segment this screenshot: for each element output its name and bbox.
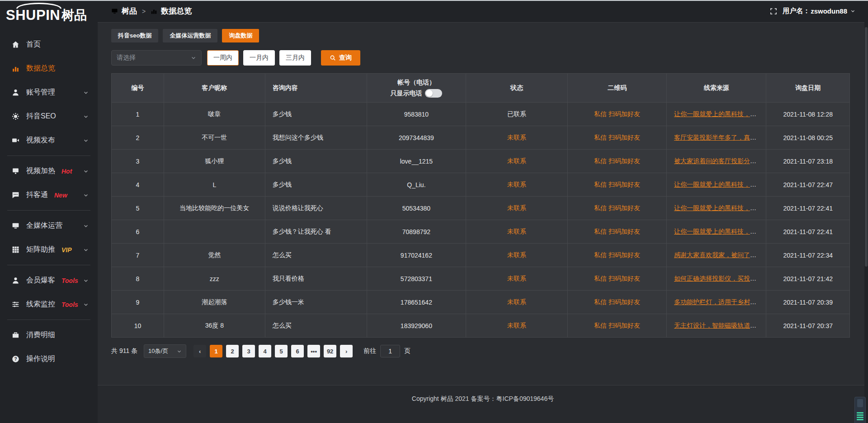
sidebar-item-label: 线索监控 — [26, 300, 55, 309]
date-range-group: 一周内一月内三月内 — [207, 50, 311, 66]
breadcrumb-current: 数据总览 — [161, 6, 192, 16]
page-button-3[interactable]: 3 — [242, 345, 255, 357]
status-text: 已联系 — [507, 110, 526, 118]
sidebar-item-lead-monitor[interactable]: 线索监控Tools — [0, 292, 98, 316]
qr-link[interactable]: 私信 扫码加好友 — [594, 228, 640, 235]
cell-date: 2021-11-07 23:18 — [766, 150, 850, 173]
sidebar-item-matrix-boost[interactable]: 矩阵助推VIP — [0, 238, 98, 262]
goto-page-input[interactable] — [380, 345, 400, 357]
page-button-92[interactable]: 92 — [324, 345, 336, 357]
main-area: 树品 > 数据总览 用户名： zswodun88 抖音seo数据全媒体运营数据询… — [98, 0, 868, 423]
sidebar-item-doukertong[interactable]: 抖客通New — [0, 183, 98, 207]
table-row: 1036度 8怎么买183929060未联系私信 扫码加好友无主灯设计，智能磁吸… — [112, 314, 850, 338]
sidebar-item-consumption-detail[interactable]: 消费明细 — [0, 323, 98, 347]
sidebar-item-douyin-seo[interactable]: 抖音SEO — [0, 104, 98, 128]
scrollbar-thumb[interactable] — [865, 27, 868, 267]
chevron-down-icon — [83, 169, 89, 174]
sidebar-item-home[interactable]: 首页 — [0, 33, 98, 56]
range-button-one-month[interactable]: 一月内 — [243, 50, 275, 66]
qr-link[interactable]: 私信 扫码加好友 — [594, 298, 640, 306]
qr-link[interactable]: 私信 扫码加好友 — [594, 204, 640, 212]
sidebar-item-member-burst[interactable]: 会员爆客Tools — [0, 268, 98, 292]
page-ellipsis-button[interactable]: ••• — [307, 345, 320, 357]
chevron-down-icon — [83, 278, 89, 283]
cell-content: 怎么买 — [265, 314, 367, 338]
source-link[interactable]: 被大家追着问的客厅投影分享... — [674, 157, 762, 164]
source-link[interactable]: 让你一眼就爱上的黑科技，能... — [674, 181, 762, 188]
cell-qrcode: 私信 扫码加好友 — [568, 291, 667, 314]
cell-account: 178651642 — [367, 291, 466, 314]
inquiry-table: 编号 客户昵称 咨询内容 帐号（电话） 只显示电话 — [111, 73, 850, 338]
breadcrumb-root[interactable]: 树品 — [122, 6, 137, 16]
cell-content: 多少钱？让我死心 看 — [265, 220, 367, 244]
query-button[interactable]: 查询 — [321, 50, 360, 66]
pagination: 共 911 条 10条/页 ‹ 123456•••92 › 前往 页 — [111, 344, 850, 358]
sidebar-item-badge: VIP — [61, 246, 72, 254]
page-button-2[interactable]: 2 — [226, 345, 239, 357]
source-link[interactable]: 如何正确选择投影仪，买投影... — [674, 275, 762, 282]
qr-link[interactable]: 私信 扫码加好友 — [594, 157, 640, 164]
table-row: 7觉然怎么买917024162未联系私信 扫码加好友感谢大家喜欢我家，被问了好.… — [112, 244, 850, 267]
cell-account: 9583810 — [367, 103, 466, 126]
chevron-down-icon — [83, 223, 89, 229]
question-icon: ? — [12, 355, 19, 363]
tab-douyin-seo-data[interactable]: 抖音seo数据 — [111, 29, 158, 42]
sidebar-item-account-management[interactable]: 账号管理 — [0, 80, 98, 104]
qr-link[interactable]: 私信 扫码加好友 — [594, 181, 640, 188]
phone-only-toggle[interactable] — [425, 89, 442, 98]
corner-widget-bars — [855, 411, 865, 421]
page-size-select[interactable]: 10条/页 — [144, 344, 186, 358]
cell-nickname: 36度 8 — [164, 314, 265, 338]
fullscreen-icon[interactable] — [770, 8, 777, 15]
range-button-three-months[interactable]: 三月内 — [279, 50, 311, 66]
chevron-down-icon — [83, 90, 89, 95]
cell-nickname: 潮起潮落 — [164, 291, 265, 314]
source-link[interactable]: 让你一眼就爱上的黑科技，能... — [674, 110, 762, 118]
page-button-4[interactable]: 4 — [259, 345, 271, 357]
chat-icon — [12, 191, 19, 199]
source-link[interactable]: 客厅安装投影半年多了，真实... — [674, 134, 762, 141]
tab-inquiry-data[interactable]: 询盘数据 — [222, 29, 259, 42]
topbar: 树品 > 数据总览 用户名： zswodun88 — [98, 0, 868, 23]
page-button-1[interactable]: 1 — [210, 345, 222, 357]
cell-content: 多少钱一米 — [265, 291, 367, 314]
screen-icon — [12, 167, 19, 175]
cell-source: 被大家追着问的客厅投影分享... — [666, 150, 766, 173]
sidebar-item-video-heating[interactable]: 视频加热Hot — [0, 159, 98, 183]
sidebar-item-data-overview[interactable]: 数据总览 — [0, 56, 98, 80]
prev-page-button[interactable]: ‹ — [193, 345, 206, 357]
cell-no: 3 — [112, 150, 164, 173]
cell-date: 2021-11-07 22:34 — [766, 244, 850, 267]
user-icon — [12, 89, 19, 96]
source-link[interactable]: 多功能护栏灯，适用于乡村文... — [674, 298, 762, 306]
sliders-icon — [12, 301, 19, 308]
cell-status: 未联系 — [466, 267, 567, 291]
sidebar-item-badge: Tools — [61, 301, 78, 308]
user-menu[interactable]: 用户名： zswodun88 — [783, 7, 855, 15]
qr-link[interactable]: 私信 扫码加好友 — [594, 110, 640, 118]
filter-select[interactable]: 请选择 — [111, 50, 202, 66]
goto-label: 前往 — [363, 347, 376, 355]
source-link[interactable]: 让你一眼就爱上的黑科技，能... — [674, 204, 762, 212]
qr-link[interactable]: 私信 扫码加好友 — [594, 275, 640, 282]
page-button-6[interactable]: 6 — [291, 345, 304, 357]
cell-status: 未联系 — [466, 173, 567, 197]
qr-link[interactable]: 私信 扫码加好友 — [594, 134, 640, 141]
source-link[interactable]: 感谢大家喜欢我家，被问了好... — [674, 251, 762, 258]
cell-account: 183929060 — [367, 314, 466, 338]
range-button-one-week[interactable]: 一周内 — [207, 50, 239, 66]
column-header-no: 编号 — [112, 74, 164, 103]
source-link[interactable]: 无主灯设计，智能磁吸轨道灯... — [674, 322, 762, 329]
source-link[interactable]: 让你一眼就爱上的黑科技，能... — [674, 228, 762, 235]
next-page-button[interactable]: › — [340, 345, 353, 357]
qr-link[interactable]: 私信 扫码加好友 — [594, 251, 640, 258]
tab-omni-media-data[interactable]: 全媒体运营数据 — [163, 29, 217, 42]
page-button-5[interactable]: 5 — [275, 345, 288, 357]
corner-widget[interactable] — [854, 397, 866, 423]
qr-link[interactable]: 私信 扫码加好友 — [594, 322, 640, 329]
sidebar-item-operation-guide[interactable]: ?操作说明 — [0, 347, 98, 371]
status-text: 未联系 — [507, 157, 526, 164]
sidebar-item-omni-media[interactable]: 全媒体运营 — [0, 214, 98, 238]
sidebar-item-label: 消费明细 — [26, 330, 55, 340]
sidebar-item-video-publish[interactable]: 视频发布 — [0, 128, 98, 152]
